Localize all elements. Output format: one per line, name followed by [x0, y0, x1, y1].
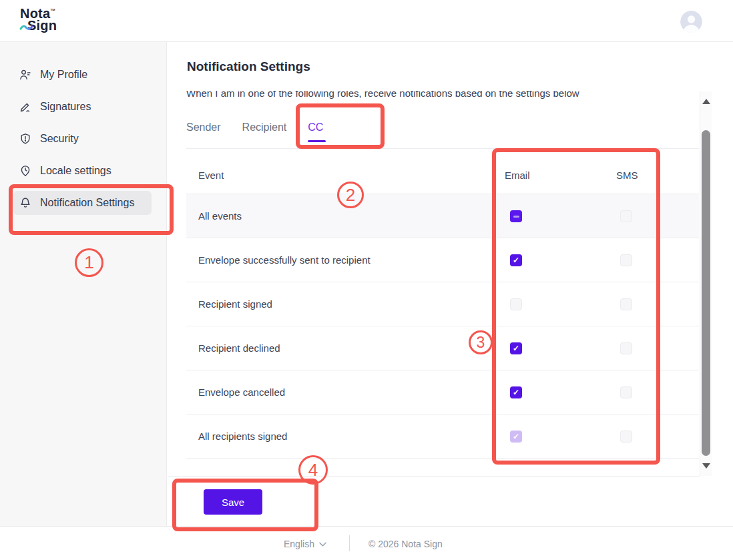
email-checkbox-cell: [504, 431, 528, 443]
sidebar-item-label: Security: [40, 133, 79, 145]
sidebar-item-my-profile[interactable]: My Profile: [13, 63, 152, 87]
app-window: Nota™ Sign My: [0, 0, 733, 560]
sms-checkbox-cell: [614, 210, 638, 222]
logo-line1: Nota™: [20, 5, 57, 19]
signature-pen-icon: [19, 100, 32, 113]
bell-icon: [19, 196, 32, 210]
email-checkbox[interactable]: [510, 386, 522, 398]
sidebar-item-label: Locale settings: [40, 165, 111, 177]
language-selector[interactable]: English: [284, 539, 326, 549]
table-row: Envelope cancelled: [186, 370, 699, 414]
sms-checkbox[interactable]: [620, 254, 632, 266]
avatar-person-icon: [680, 11, 702, 33]
notification-events-table: Event Email SMS All events: [186, 149, 699, 459]
language-label: English: [284, 539, 314, 549]
nota-sign-logo[interactable]: Nota™ Sign: [20, 5, 57, 31]
vertical-scrollbar[interactable]: [700, 91, 712, 476]
event-label: Recipient signed: [198, 298, 272, 310]
event-label: Envelope cancelled: [198, 386, 285, 398]
event-label: All events: [198, 210, 242, 222]
sms-checkbox-cell: [614, 431, 638, 443]
email-checkbox-cell: [504, 386, 528, 398]
sms-checkbox[interactable]: [620, 386, 632, 398]
email-checkbox[interactable]: [510, 342, 522, 354]
email-checkbox[interactable]: [510, 210, 522, 222]
column-header-email: Email: [505, 170, 530, 181]
tab-sender[interactable]: Sender: [186, 120, 221, 135]
table-row: All recipients signed: [186, 414, 699, 459]
email-checkbox-cell: [504, 254, 528, 266]
scrollbar-down-arrow-icon[interactable]: [702, 463, 710, 469]
sidebar-item-label: My Profile: [40, 69, 87, 81]
event-label: All recipients signed: [198, 431, 287, 442]
event-label: Envelope successfully sent to recipient: [198, 254, 371, 266]
email-checkbox-cell: [504, 210, 528, 222]
table-body: All events Envelope successfully sent to…: [186, 194, 699, 459]
column-header-sms: SMS: [616, 170, 638, 181]
sidebar-item-signatures[interactable]: Signatures: [13, 95, 152, 119]
email-checkbox[interactable]: [510, 254, 522, 266]
event-label: Recipient declined: [198, 342, 280, 354]
column-header-event: Event: [198, 170, 224, 181]
email-checkbox-cell: [504, 342, 528, 354]
sms-checkbox[interactable]: [620, 431, 632, 443]
sidebar-item-label: Notification Settings: [40, 197, 134, 209]
user-avatar[interactable]: [680, 11, 702, 33]
tab-recipient[interactable]: Recipient: [242, 120, 287, 135]
settings-sidebar: My Profile Signatures Security Locale se…: [0, 42, 167, 526]
table-row: Recipient declined: [186, 326, 699, 370]
sms-checkbox-cell: [614, 342, 638, 354]
location-pin-clock-icon: [19, 164, 32, 178]
tab-cc[interactable]: CC: [308, 120, 323, 135]
scrollbar-thumb[interactable]: [702, 130, 710, 456]
settings-scroll-area: When I am in one of the following roles,…: [168, 91, 700, 477]
scrollbar-up-arrow-icon[interactable]: [702, 99, 710, 104]
sms-checkbox-cell: [614, 298, 638, 310]
page-footer: English © 2026 Nota Sign: [0, 527, 733, 560]
table-row: All events: [186, 194, 699, 238]
email-checkbox[interactable]: [510, 298, 522, 310]
table-row: Envelope successfully sent to recipient: [186, 238, 699, 282]
sidebar-item-notification-settings[interactable]: Notification Settings: [13, 191, 152, 215]
email-checkbox[interactable]: [510, 431, 522, 443]
sms-checkbox-cell: [614, 386, 638, 398]
logo-line2: Sign: [27, 19, 57, 31]
save-button[interactable]: Save: [204, 489, 262, 515]
shield-icon: [19, 132, 32, 146]
table-header-row: Event Email SMS: [186, 149, 699, 194]
page-title: Notification Settings: [187, 59, 310, 74]
role-tabs: Sender Recipient CC: [186, 120, 699, 149]
chevron-down-icon: [319, 542, 326, 547]
footer-separator: [349, 535, 350, 551]
sidebar-item-label: Signatures: [40, 101, 91, 113]
top-header-bar: Nota™ Sign: [0, 0, 733, 42]
logo-squiggle-icon: [19, 23, 35, 31]
sms-checkbox[interactable]: [620, 298, 632, 310]
sms-checkbox[interactable]: [620, 342, 632, 354]
user-icon: [19, 68, 32, 81]
sms-checkbox[interactable]: [620, 210, 632, 222]
trademark-symbol: ™: [50, 8, 55, 14]
roles-description-text: When I am in one of the following roles,…: [186, 91, 654, 100]
sms-checkbox-cell: [614, 254, 638, 266]
copyright-text: © 2026 Nota Sign: [369, 539, 443, 549]
sidebar-item-security[interactable]: Security: [13, 127, 152, 151]
email-checkbox-cell: [504, 298, 528, 310]
table-row: Recipient signed: [186, 282, 699, 326]
sidebar-item-locale-settings[interactable]: Locale settings: [13, 159, 152, 183]
